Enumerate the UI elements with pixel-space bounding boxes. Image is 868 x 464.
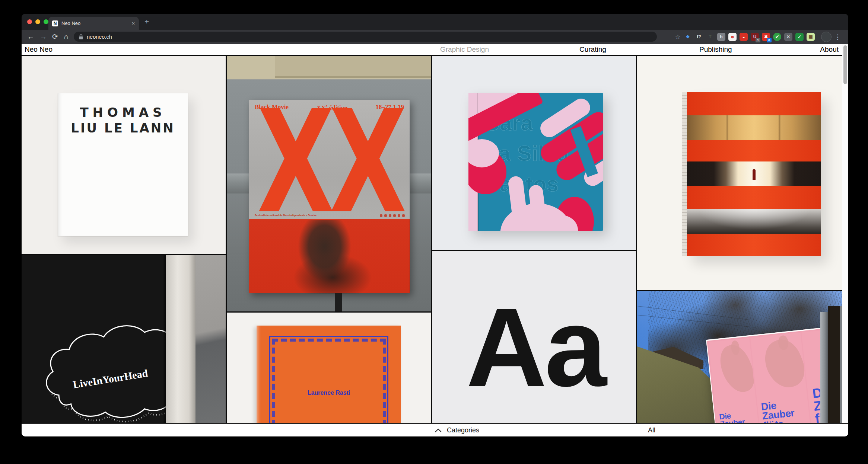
tab-favicon: N [52,20,58,26]
aa-glyphs: Aa [466,291,605,403]
adblock-badge: 0 [767,38,772,42]
browser-toolbar: ← → ⟳ ⌂ neoneo.ch ☆ ❖f?Th☻◒U1✖0✔✕✓▦ ⋮ [22,30,848,44]
red-bot-extension-icon[interactable]: ◒ [740,33,748,41]
project-tile-black-movie[interactable]: Black Movie XXe édition 18–27.1.19 XX Fe… [227,56,431,311]
project-tile-die-zauberfloete[interactable]: DieZauberflöte DieZauberflöte DieZauberf… [637,291,842,423]
minimize-window-button[interactable] [35,19,40,24]
reload-icon[interactable]: ⟳ [52,32,58,41]
floor-photo-band [687,209,821,234]
gallery-pillar [166,255,195,423]
runway-photo-band [687,161,821,186]
archway-photo-band [687,115,821,140]
site-header: Neo Neo Graphic Design Curating Publishi… [22,44,848,56]
desktop: N Neo Neo ✕ + ← → ⟳ ⌂ neoneo.ch ☆ ❖f?Th☻… [0,0,868,464]
zauberfloete-poster: DieZauberflöte [750,333,811,423]
poster-partner-logos [378,212,405,218]
poster-pole [335,293,342,311]
chevron-up-icon [435,429,442,432]
stone-panel [275,56,431,78]
address-bar[interactable]: neoneo.ch [74,32,657,42]
red-band [687,92,821,115]
red-band [687,234,821,256]
pillar-shadow [163,255,166,423]
tab-strip: N Neo Neo ✕ + [22,14,848,30]
book-author: Laurence Rasti [257,390,401,396]
nav-publishing[interactable]: Publishing [699,45,732,54]
browser-tab[interactable]: N Neo Neo ✕ [48,17,139,30]
disabled-extension-icon[interactable]: T [706,33,714,41]
book-title-line2: LIU LE LANN [58,121,188,135]
url-text: neoneo.ch [87,34,112,40]
categories-button[interactable]: Categories [435,426,479,434]
nav-about[interactable]: About [820,45,839,54]
billboard-frame-post [820,312,828,423]
project-tile-sara-da-silva-santos[interactable]: Sara da Silva Santos [432,56,636,250]
billboard-frame-post [840,306,842,423]
toolbar-right: ☆ ❖f?Th☻◒U1✖0✔✕✓▦ ⋮ [675,31,841,42]
white-book-cover: THOMAS LIU LE LANN [58,93,188,236]
browser-window: N Neo Neo ✕ + ← → ⟳ ⌂ neoneo.ch ☆ ❖f?Th☻… [22,14,848,436]
bookmark-star-icon[interactable]: ☆ [675,33,681,41]
toolbar-divider [818,33,818,41]
filter-all[interactable]: All [648,426,655,434]
black-movie-poster: Black Movie XXe édition 18–27.1.19 XX Fe… [249,100,410,293]
zoom-window-button[interactable] [44,19,48,24]
tab-title: Neo Neo [61,20,129,26]
close-window-button[interactable] [27,19,32,24]
red-band [687,186,821,209]
nav-graphic-design[interactable]: Graphic Design [440,45,489,54]
ublock-shield-badge: 1 [756,38,760,42]
book-spine [682,92,687,256]
poster-tagline-row: Festival international de films indépend… [255,212,405,218]
poster-tagline: Festival international de films indépend… [255,214,317,217]
teal-book-cover: Sara da Silva Santos [468,93,603,231]
back-icon[interactable]: ← [27,32,34,41]
lock-icon [79,34,83,39]
sticker-extension-icon[interactable]: ☻ [728,33,737,41]
project-tile-live-in-your-head[interactable]: LiveInYourHead [22,255,226,423]
orange-book-cover: Laurence Rasti There Are No [257,326,401,423]
categories-label: Categories [447,426,479,434]
project-grid: THOMAS LIU LE LANN Black Movie XXe éditi… [22,56,842,423]
site-logo[interactable]: Neo Neo [25,45,53,54]
dropbox-icon[interactable]: ❖ [684,33,692,41]
nav-curating[interactable]: Curating [579,45,606,54]
project-tile-laurence-rasti[interactable]: Laurence Rasti There Are No [227,313,431,423]
project-tile-type-specimen[interactable]: Aa [432,251,636,423]
project-tile-red-striped-book[interactable] [637,56,842,290]
profile-avatar[interactable] [821,32,832,42]
adblock-icon[interactable]: ✖0 [762,33,770,41]
h-extension-icon[interactable]: h [717,33,725,41]
gallery-background [195,255,226,423]
book-title-line1: THOMAS [58,105,188,120]
forward-icon[interactable]: → [40,32,47,41]
green-shield-icon[interactable]: ✓ [795,33,804,41]
poster-big-xx: XX [251,103,408,221]
tab-close-icon[interactable]: ✕ [131,21,135,26]
dark-trees-strip [828,306,840,423]
proxy-off-icon[interactable]: ✕ [784,33,792,41]
site-footer: Categories All [22,423,848,436]
green-check-icon[interactable]: ✔ [773,33,781,41]
earth-extension-icon[interactable]: ▦ [807,33,815,41]
red-band [687,140,821,161]
ublock-shield-icon[interactable]: U1 [751,33,759,41]
web-page: Neo Neo Graphic Design Curating Publishi… [22,44,848,436]
poster-dark-face-art [249,220,410,294]
fontface-ninja-icon[interactable]: f? [695,33,703,41]
home-icon[interactable]: ⌂ [64,32,68,41]
scrollbar-track[interactable] [842,44,848,423]
scrollbar-thumb[interactable] [843,45,847,84]
red-book-cover [687,92,821,256]
new-tab-button[interactable]: + [144,17,149,25]
ornamental-border [269,336,388,423]
extensions-row: ❖f?Th☻◒U1✖0✔✕✓▦ [684,33,815,41]
runway-model-figure [753,169,756,180]
project-tile-thomas-liu-le-lann[interactable]: THOMAS LIU LE LANN [22,56,226,254]
browser-menu-icon[interactable]: ⋮ [834,33,841,41]
